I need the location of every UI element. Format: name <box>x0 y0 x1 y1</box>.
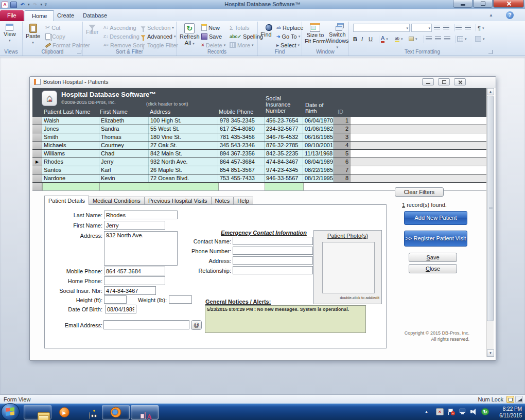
cell-mobile[interactable]: 978 345-2345 <box>218 117 265 125</box>
record-selector[interactable]: ▶ <box>32 158 42 166</box>
filter-first-name-input[interactable] <box>99 183 149 190</box>
cell-mobile[interactable]: 617 254-8080 <box>218 125 265 133</box>
window-close-button[interactable] <box>454 78 466 85</box>
cell-last-name[interactable]: Williams <box>42 150 99 157</box>
taskbar-media-player-button[interactable]: ▶ <box>52 405 76 419</box>
tray-error-icon[interactable]: × <box>436 408 444 415</box>
column-header-id[interactable]: ID <box>338 109 343 115</box>
cell-last-name[interactable]: Jones <box>42 125 99 133</box>
cell-id[interactable]: 5 <box>334 150 351 157</box>
cell-ssn[interactable]: 346-76-4532 <box>265 133 303 141</box>
add-new-patient-button[interactable]: Add New Patient <box>404 211 467 225</box>
cell-ssn[interactable]: 876-32-2785 <box>265 142 303 149</box>
column-header-mobile-phone[interactable]: Mobile Phone <box>219 109 253 115</box>
network-icon[interactable] <box>459 408 466 415</box>
window-minimize-button[interactable] <box>422 78 434 85</box>
tab-file[interactable]: File <box>0 10 24 21</box>
action-center-icon[interactable]: × <box>447 408 455 415</box>
record-selector[interactable] <box>32 150 42 157</box>
social-insurance-field[interactable] <box>104 286 156 295</box>
cell-last-name[interactable]: Rhodes <box>42 158 99 166</box>
cell-dob[interactable]: 06/04/1970 <box>303 117 334 125</box>
tab-previous-hospital-visits[interactable]: Previous Hospital Visits <box>145 197 212 205</box>
align-right-button[interactable] <box>444 34 450 43</box>
close-form-button[interactable]: Close <box>409 264 457 273</box>
new-record-button[interactable]: New <box>201 23 220 32</box>
cell-id[interactable]: 8 <box>334 174 351 182</box>
underline-button[interactable]: U <box>369 34 373 43</box>
cell-ssn[interactable]: 234-32-5677 <box>265 125 303 133</box>
cell-id[interactable]: 4 <box>334 142 351 149</box>
cell-address[interactable]: 180 Vine St. <box>149 133 218 141</box>
record-selector[interactable] <box>32 117 42 125</box>
view-dropdown-icon[interactable]: ▾ <box>9 38 11 43</box>
background-fill-button[interactable]: ▾ <box>409 34 417 43</box>
cell-dob[interactable]: 06/16/1985 <box>303 133 334 141</box>
cell-last-name[interactable]: Michaels <box>42 142 99 149</box>
taskbar-robot-app-button[interactable] <box>77 405 101 419</box>
column-header-dob[interactable]: Date of Birth <box>305 102 331 114</box>
filter-address-input[interactable] <box>149 183 219 190</box>
italic-button[interactable]: I <box>361 34 363 43</box>
cell-mobile[interactable]: 864 457-3684 <box>218 158 265 166</box>
cell-address[interactable]: 842 Main St. <box>149 150 218 157</box>
scroll-down-icon[interactable]: ▼ <box>487 349 494 357</box>
cell-dob[interactable]: 08/22/1985 <box>303 166 334 174</box>
maximize-button[interactable] <box>473 0 493 8</box>
cell-first-name[interactable]: Karl <box>99 166 149 174</box>
cell-dob[interactable]: 11/13/1968 <box>303 150 334 157</box>
cell-ssn[interactable]: 946-33-5567 <box>265 174 303 182</box>
contact-phone-field[interactable] <box>233 247 313 255</box>
alternate-row-color-button[interactable]: ▾ <box>475 34 485 43</box>
align-left-button[interactable] <box>426 34 432 43</box>
tab-medical-conditions[interactable]: Medical Conditions <box>89 197 145 205</box>
cell-mobile[interactable]: 345 543-2346 <box>218 142 265 149</box>
volume-icon[interactable] <box>470 408 478 415</box>
window-scrollbar[interactable]: ▲ ▼ <box>486 88 494 357</box>
cell-id[interactable]: 7 <box>334 166 351 174</box>
size-to-fit-form-button[interactable]: Size to Fit Form <box>305 23 326 44</box>
cell-address[interactable]: 932 North Ave. <box>149 158 218 166</box>
patient-photo-frame[interactable] <box>322 242 375 293</box>
cell-last-name[interactable]: Smith <box>42 133 99 141</box>
cell-dob[interactable]: 08/04/1989 <box>303 158 334 166</box>
cell-first-name[interactable]: Elizabeth <box>99 117 149 125</box>
dob-field[interactable] <box>105 305 136 313</box>
cell-address[interactable]: 26 Maple St. <box>149 166 218 174</box>
view-button[interactable]: View ▾ <box>4 24 16 43</box>
cell-address[interactable]: 72 Ocean Blvd. <box>149 174 218 182</box>
close-button[interactable] <box>493 0 524 8</box>
register-patient-visit-button[interactable]: >> Register Patient Visit <box>404 231 467 247</box>
address-field[interactable]: 932 North Ave. <box>104 231 178 266</box>
filter-ssn-input[interactable] <box>265 183 304 190</box>
save-button[interactable]: Save <box>409 253 457 262</box>
cell-mobile[interactable]: 894 367-2356 <box>218 150 265 157</box>
cell-mobile[interactable]: 854 851-3567 <box>218 166 265 174</box>
taskbar-clock[interactable]: 8:22 PM 6/11/2015 <box>499 406 522 419</box>
increase-indent-button[interactable] <box>465 24 471 32</box>
taskbar-explorer-button[interactable] <box>24 405 51 419</box>
contact-relationship-field[interactable] <box>233 266 313 274</box>
cell-id[interactable]: 2 <box>334 125 351 133</box>
ribbon-collapse-icon[interactable]: ▲ <box>489 13 493 18</box>
cell-id[interactable]: 6 <box>334 158 351 166</box>
cell-last-name[interactable]: Santos <box>42 166 99 174</box>
first-name-field[interactable] <box>104 221 165 230</box>
cell-first-name[interactable]: Jerry <box>99 158 149 166</box>
tab-patient-details[interactable]: Patient Details <box>44 196 89 205</box>
column-header-first-name[interactable]: First Name <box>100 109 128 115</box>
taskbar-access-button[interactable]: A <box>131 405 159 419</box>
scroll-up-icon[interactable]: ▲ <box>487 88 494 95</box>
cell-ssn[interactable]: 842-35-2235 <box>265 150 303 157</box>
column-header-last-name[interactable]: Patient Last Name <box>44 109 91 115</box>
cell-id[interactable]: 1 <box>334 117 351 125</box>
replace-button[interactable]: ab Replace <box>276 23 303 32</box>
text-direction-button[interactable]: ¶ ▾ <box>478 24 484 32</box>
tray-expand-icon[interactable]: ▲ <box>425 408 432 415</box>
filter-last-name-input[interactable] <box>42 183 100 190</box>
tab-database[interactable]: Database <box>76 10 114 21</box>
help-icon[interactable]: ? <box>506 11 514 19</box>
cell-first-name[interactable]: Thomas <box>99 133 149 141</box>
minimize-button[interactable] <box>453 0 472 8</box>
numbering-button[interactable] <box>443 24 449 32</box>
